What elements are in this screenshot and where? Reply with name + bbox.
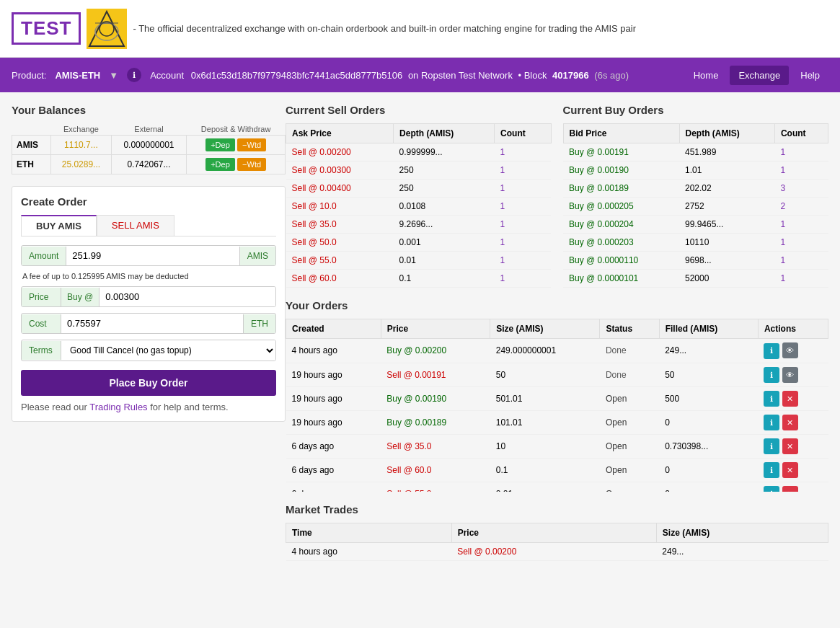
sell-order-row[interactable]: Sell @ 10.0 0.0108 1: [286, 198, 552, 216]
buy-order-row[interactable]: Buy @ 0.0000101 52000 1: [563, 270, 828, 288]
yo-filled: 0.730398...: [659, 435, 758, 459]
buy-bid: Buy @ 0.00191: [563, 143, 679, 162]
your-order-row: 19 hours ago Buy @ 0.00190 501.01 Open 5…: [286, 387, 828, 411]
yo-size: 501.01: [490, 387, 600, 411]
sell-depth: 9.2696...: [394, 216, 495, 234]
deposit-button[interactable]: +Dep: [205, 158, 235, 171]
nav-bar: Product: AMIS-ETH ▼ ℹ Account 0x6d1c53d1…: [0, 58, 840, 92]
yo-col-filled: Filled (AMIS): [659, 319, 758, 339]
yo-price: Buy @ 0.00200: [381, 339, 490, 363]
yo-size: 10: [490, 435, 600, 459]
yo-size: 0.1: [490, 459, 600, 482]
market-trades-section: Market Trades Time Price Size (AMIS) 4 h…: [286, 503, 828, 561]
sell-order-row[interactable]: Sell @ 55.0 0.01 1: [286, 252, 552, 270]
info-button[interactable]: ℹ: [764, 462, 779, 478]
buy-bid: Buy @ 0.0000101: [563, 270, 679, 288]
buy-order-row[interactable]: Buy @ 0.00190 1.01 1: [563, 162, 828, 180]
sell-count: 1: [495, 143, 551, 162]
info-button[interactable]: ℹ: [764, 415, 779, 430]
market-trades-title: Market Trades: [286, 503, 828, 516]
buy-col-count: Count: [774, 124, 828, 143]
terms-select[interactable]: Good Till Cancel (no gas topup)Good Till…: [61, 340, 275, 361]
main-layout: Your Balances Exchange External Deposit …: [0, 92, 840, 572]
eye-button[interactable]: 👁: [782, 367, 798, 383]
tab-sell-amis[interactable]: SELL AMIS: [97, 215, 174, 236]
yo-filled: 0: [659, 411, 758, 435]
yo-price: Sell @ 60.0: [381, 459, 490, 482]
sell-count: 1: [495, 252, 551, 270]
sell-ask: Sell @ 60.0: [286, 270, 394, 288]
buy-order-row[interactable]: Buy @ 0.000204 99.9465... 1: [563, 216, 828, 234]
sell-order-row[interactable]: Sell @ 0.00300 250 1: [286, 162, 552, 180]
sell-order-row[interactable]: Sell @ 50.0 0.001 1: [286, 234, 552, 252]
yo-price: Buy @ 0.00189: [381, 411, 490, 435]
cancel-order-button[interactable]: ✕: [782, 438, 798, 454]
price-input[interactable]: [100, 287, 275, 306]
yo-created: 19 hours ago: [286, 363, 381, 387]
yo-actions: ℹ ✕: [758, 482, 828, 492]
nav-help-button[interactable]: Help: [792, 66, 828, 85]
info-button[interactable]: ℹ: [764, 391, 779, 407]
place-order-button[interactable]: Place Buy Order: [21, 370, 276, 396]
your-orders-table: Created Price Size (AMIS) Status Filled …: [286, 319, 828, 492]
your-orders-section: Your Orders Created Price Size (AMIS) St…: [286, 299, 828, 492]
withdraw-button[interactable]: −Wtd: [237, 138, 266, 151]
sell-order-row[interactable]: Sell @ 60.0 0.1 1: [286, 270, 552, 288]
mt-col-size: Size (AMIS): [656, 523, 828, 543]
cost-input[interactable]: [61, 314, 243, 333]
buy-count: 2: [774, 198, 828, 216]
terms-row: Terms Good Till Cancel (no gas topup)Goo…: [21, 340, 276, 361]
trading-rules-text: Please read our Trading Rules for help a…: [21, 402, 276, 412]
buy-orders-scroll[interactable]: Bid Price Depth (AMIS) Count Buy @ 0.001…: [563, 123, 829, 288]
trading-rules-link[interactable]: Trading Rules: [89, 402, 147, 412]
sell-order-row[interactable]: Sell @ 0.00400 250 1: [286, 180, 552, 198]
deposit-button[interactable]: +Dep: [205, 138, 235, 151]
info-button[interactable]: ℹ: [764, 367, 779, 383]
buy-count: 1: [774, 234, 828, 252]
yo-price: Sell @ 55.0: [381, 482, 490, 492]
sell-ask: Sell @ 0.00400: [286, 180, 394, 198]
tab-buy-amis[interactable]: BUY AMIS: [21, 215, 97, 236]
sell-ask: Sell @ 35.0: [286, 216, 394, 234]
balance-exchange: 1110.7...: [51, 136, 112, 155]
your-order-row: 6 days ago Sell @ 35.0 10 Open 0.730398.…: [286, 435, 828, 459]
your-order-row: 19 hours ago Buy @ 0.00189 101.01 Open 0…: [286, 411, 828, 435]
product-value[interactable]: AMIS-ETH: [55, 70, 100, 81]
cancel-order-button[interactable]: ✕: [782, 462, 798, 478]
mt-size: 249...: [656, 543, 828, 561]
nav-exchange-button[interactable]: Exchange: [730, 66, 789, 85]
your-orders-scroll[interactable]: Created Price Size (AMIS) Status Filled …: [286, 319, 828, 492]
cancel-order-button[interactable]: ✕: [782, 391, 798, 407]
nav-home-button[interactable]: Home: [685, 66, 728, 85]
buy-bid: Buy @ 0.0000110: [563, 252, 679, 270]
buy-order-row[interactable]: Buy @ 0.00191 451.989 1: [563, 143, 828, 162]
product-info-button[interactable]: ℹ: [127, 68, 141, 82]
market-trade-row: 4 hours ago Sell @ 0.00200 249...: [286, 543, 828, 561]
sell-ask: Sell @ 0.00200: [286, 143, 394, 162]
yo-col-status: Status: [600, 319, 659, 339]
buy-order-row[interactable]: Buy @ 0.000203 10110 1: [563, 234, 828, 252]
sell-order-row[interactable]: Sell @ 35.0 9.2696... 1: [286, 216, 552, 234]
your-order-row: 19 hours ago Sell @ 0.00191 50 Done 50 ℹ…: [286, 363, 828, 387]
sell-order-row[interactable]: Sell @ 0.00200 0.999999... 1: [286, 143, 552, 162]
buy-order-row[interactable]: Buy @ 0.0000110 9698... 1: [563, 252, 828, 270]
balance-external: 0.000000001: [111, 136, 187, 155]
cancel-order-button[interactable]: ✕: [782, 415, 798, 430]
amount-input[interactable]: [66, 246, 239, 265]
yo-status: Open: [600, 411, 659, 435]
your-order-row: 4 hours ago Buy @ 0.00200 249.000000001 …: [286, 339, 828, 363]
info-button[interactable]: ℹ: [764, 343, 779, 359]
yo-filled: 0: [659, 459, 758, 482]
buy-order-row[interactable]: Buy @ 0.00189 202.02 3: [563, 180, 828, 198]
info-button[interactable]: ℹ: [764, 486, 779, 492]
buy-depth: 52000: [679, 270, 774, 288]
right-panels: Current Sell Orders Ask Price Depth (AMI…: [286, 104, 828, 561]
buy-order-row[interactable]: Buy @ 0.000205 2752 2: [563, 198, 828, 216]
withdraw-button[interactable]: −Wtd: [237, 158, 266, 171]
info-button[interactable]: ℹ: [764, 438, 779, 454]
eye-button[interactable]: 👁: [782, 342, 798, 358]
terms-label: Terms: [22, 341, 61, 360]
sell-orders-scroll[interactable]: Ask Price Depth (AMIS) Count Sell @ 0.00…: [286, 123, 552, 288]
cancel-order-button[interactable]: ✕: [782, 486, 798, 492]
sell-col-ask: Ask Price: [286, 124, 394, 143]
